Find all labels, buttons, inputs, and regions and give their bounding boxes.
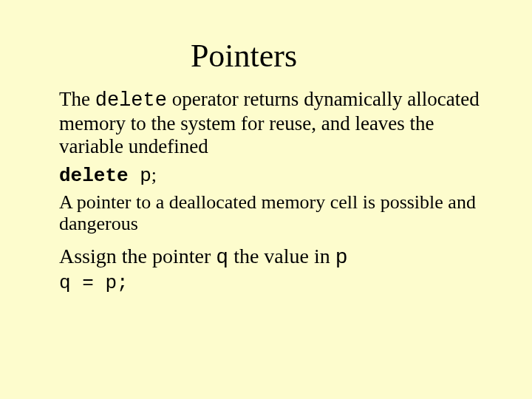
text-fragment: Assign the pointer	[59, 245, 216, 267]
slide-body: The delete operator returns dynamically …	[59, 88, 488, 295]
code-line-delete-p: delete p;	[59, 164, 488, 188]
text-fragment: The	[59, 88, 95, 110]
inline-code-p: p	[335, 246, 348, 269]
slide: Pointers The delete operator returns dyn…	[0, 0, 532, 399]
slide-title: Pointers	[148, 37, 340, 75]
inline-code-q: q	[216, 246, 228, 269]
text-fragment: the value in	[228, 245, 335, 267]
paragraph-delete-operator: The delete operator returns dynamically …	[59, 88, 488, 158]
paragraph-deallocated-warning: A pointer to a deallocated memory cell i…	[59, 192, 488, 234]
code-text: p	[129, 165, 151, 187]
inline-code-delete: delete	[95, 89, 167, 112]
code-line-q-equals-p: q = p;	[59, 273, 488, 295]
code-semicolon: ;	[151, 164, 157, 185]
paragraph-assign-pointer: Assign the pointer q the value in p	[59, 245, 488, 270]
keyword-delete: delete	[59, 165, 129, 187]
